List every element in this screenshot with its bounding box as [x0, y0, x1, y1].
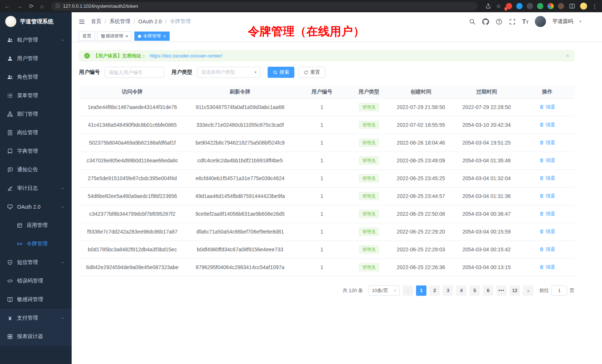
sidebar-item-tenant[interactable]: 租户管理 [0, 31, 72, 49]
sidebar-item-report[interactable]: 报表设计器 [0, 327, 72, 346]
close-tab-icon[interactable]: × [125, 34, 128, 39]
sidebar-item-oauth[interactable]: OAuth 2.0 [0, 198, 72, 216]
sidebar-item-label: 部门管理 [17, 111, 38, 118]
tokens-table: 访问令牌刷新令牌用户编号用户类型创建时间过期时间操作 1ea5e44f8bc14… [79, 86, 575, 277]
sidebar-item-menu[interactable]: 菜单管理 [0, 86, 72, 105]
sidebar-item-notice[interactable]: 通知公告 [0, 161, 72, 179]
force-logout-button[interactable]: 强退 [539, 122, 555, 128]
pagination-page-12[interactable]: 12 [510, 285, 520, 296]
sidebar-item-sms[interactable]: 短信管理 [0, 253, 72, 272]
tab-home[interactable]: 首页 [79, 32, 95, 41]
cell-expire-time: 2054-03-04 01:35:48 [453, 152, 520, 169]
sidebar-subitem-app[interactable]: 应用管理 [0, 216, 72, 235]
breadcrumb-item[interactable]: 系统管理 [109, 18, 130, 25]
user-avatar[interactable] [535, 16, 546, 27]
cell-user-type: 管理员 [349, 116, 389, 134]
browser-menu-icon[interactable]: ⋮ [592, 3, 598, 9]
reload-button[interactable]: ⟳ [29, 3, 34, 9]
breadcrumb-item[interactable]: 首页 [91, 18, 101, 25]
forward-button[interactable]: → [17, 3, 22, 9]
split-view-icon[interactable] [569, 3, 575, 9]
alert-close-icon[interactable]: × [566, 53, 569, 59]
pagination-page-4[interactable]: 4 [456, 285, 467, 296]
pagination-page-6[interactable]: 6 [483, 285, 493, 296]
close-tab-icon[interactable]: × [163, 34, 166, 39]
force-logout-button[interactable]: 强退 [539, 157, 555, 164]
pagination-more[interactable]: ••• [496, 285, 507, 296]
cell-refresh-token: 49d1aa46d1454fbd87591444423be9fa [186, 187, 295, 205]
next-page-button[interactable]: › [523, 285, 533, 296]
back-button[interactable]: ← [4, 3, 10, 9]
badge-icon [7, 130, 13, 136]
pagination-page-5[interactable]: 5 [470, 285, 480, 296]
sidebar-item-label: 敏感词管理 [17, 296, 43, 303]
prev-page-button[interactable]: ‹ [403, 285, 413, 296]
sidebar-item-errcode[interactable]: 错误码管理 [0, 272, 72, 290]
help-icon[interactable] [495, 18, 503, 25]
chevron-up-icon [60, 205, 65, 209]
pagination-page-1[interactable]: 1 [416, 285, 426, 296]
extension-red-icon[interactable]: 0 [506, 3, 512, 9]
browser-profile-avatar[interactable] [580, 3, 587, 10]
font-size-icon[interactable]: TT [522, 19, 529, 25]
force-logout-button[interactable]: 强退 [539, 246, 555, 253]
search-icon[interactable] [469, 18, 476, 25]
tab-token[interactable]: 令牌管理× [134, 32, 170, 41]
force-logout-button[interactable]: 强退 [539, 139, 555, 146]
url-bar[interactable]: ⓘ 127.0.0.1:1024/system/oauth2/token [51, 2, 478, 11]
force-logout-button[interactable]: 强退 [539, 228, 555, 235]
sidebar-item-label: 审计日志 [17, 185, 38, 192]
extension-brown-icon[interactable] [558, 3, 564, 9]
username[interactable]: 芋道源码 [552, 18, 573, 25]
force-logout-button[interactable]: 强退 [539, 175, 555, 182]
extension-green-icon[interactable] [537, 3, 543, 9]
cell-user-type: 管理员 [349, 205, 389, 223]
sidebar-item-sensitive[interactable]: 敏感词管理 [0, 290, 72, 309]
chevron-down-icon[interactable]: ▾ [579, 20, 581, 23]
table-row: 54d6be82ee5a460a9aedc1f9bf22365649d1aa46… [79, 187, 575, 205]
alert-banner: ✓ 【用户体系】文档地址： https://doc.iocoder.cn/use… [79, 50, 575, 62]
sidebar-subitem-token[interactable]: 令牌管理 [0, 235, 72, 253]
app-window: 芋道管理系统 租户管理用户管理角色管理菜单管理部门管理岗位管理字典管理通知公告审… [0, 12, 602, 364]
user-type-select[interactable]: 请选择用户类型 ▾ [197, 67, 260, 78]
table-head-row: 访问令牌刷新令牌用户编号用户类型创建时间过期时间操作 [79, 86, 575, 98]
collapse-sidebar-icon[interactable] [78, 18, 85, 25]
page-size-select[interactable]: 10条/页 ▾ [368, 285, 400, 296]
table-row: f9336e7c7dd242a283ee98dc86b17a87dfa6c71a… [79, 223, 575, 241]
user-id-input[interactable] [105, 67, 164, 78]
extension-rainbow-icon[interactable] [547, 3, 554, 9]
pagination-page-3[interactable]: 3 [443, 285, 453, 296]
doc-link[interactable]: https://doc.iocoder.cn/user-center/ [150, 53, 222, 59]
share-icon[interactable] [485, 3, 491, 9]
bookmark-star-icon[interactable]: ☆ [496, 3, 501, 9]
force-logout-button[interactable]: 强退 [539, 193, 555, 199]
site-info-icon[interactable]: ⓘ [56, 3, 60, 9]
force-logout-button[interactable]: 强退 [539, 104, 555, 110]
fullscreen-icon[interactable] [509, 18, 516, 25]
extension-blue-icon[interactable] [516, 3, 523, 9]
pagination-page-2[interactable]: 2 [429, 285, 440, 296]
sidebar-item-dept[interactable]: 部门管理 [0, 105, 72, 123]
extension-icons: 0 [506, 3, 564, 9]
cell-user-id: 1 [295, 258, 349, 276]
sidebar-item-post[interactable]: 岗位管理 [0, 123, 72, 142]
force-logout-button[interactable]: 强退 [539, 211, 555, 217]
breadcrumb-item: 令牌管理 [170, 18, 191, 25]
search-button[interactable]: 搜索 [268, 67, 294, 78]
cell-create-time: 2022-06-25 22:29:20 [389, 223, 453, 241]
goto-page-input[interactable] [552, 285, 567, 296]
extension-dark-icon[interactable] [527, 3, 533, 9]
tab-sensitive[interactable]: 敏感词管理× [97, 32, 132, 41]
sidebar-item-audit[interactable]: 审计日志 [0, 179, 72, 198]
app-logo[interactable]: 芋道管理系统 [0, 12, 72, 31]
force-logout-button[interactable]: 强退 [539, 264, 555, 271]
sidebar-item-role[interactable]: 角色管理 [0, 68, 72, 86]
sidebar-item-dict[interactable]: 字典管理 [0, 142, 72, 161]
sidebar-item-pay[interactable]: ¥支付管理 [0, 309, 72, 327]
home-button[interactable]: ⌂ [40, 3, 44, 9]
sidebar-item-user[interactable]: 用户管理 [0, 49, 72, 68]
topbar-tools: TT 芋道源码 ▾ [469, 16, 581, 27]
github-icon[interactable] [482, 18, 489, 25]
breadcrumb-item[interactable]: OAuth 2.0 [138, 19, 162, 24]
reset-button[interactable]: 重置 [298, 67, 325, 78]
